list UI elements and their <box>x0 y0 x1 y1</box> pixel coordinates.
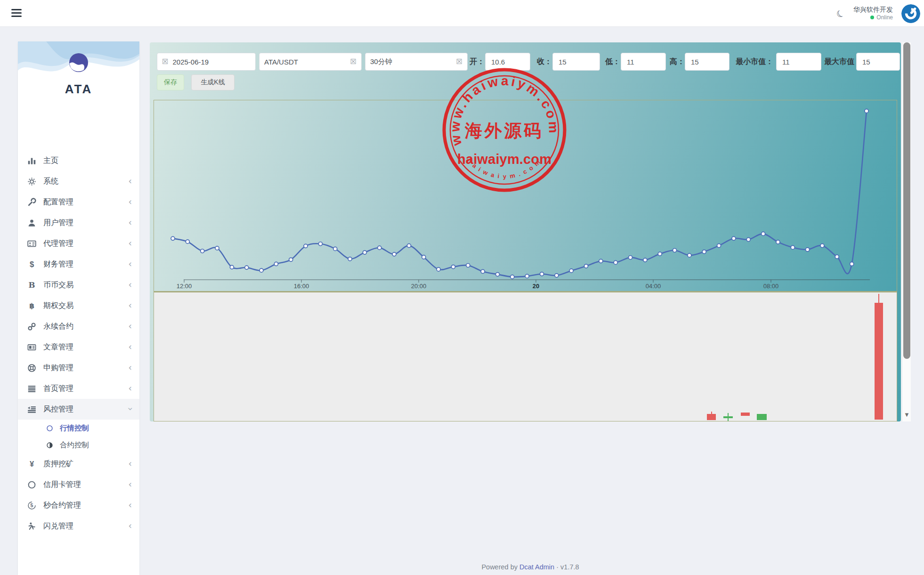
sidebar-item-label: 用户管理 <box>43 218 73 228</box>
candle-wick <box>728 413 729 421</box>
pair-select[interactable]: ATA/USDT ☒ <box>259 53 362 71</box>
sidebar-item-flash-exchange[interactable]: 闪兑管理‹ <box>18 516 139 536</box>
sidebar-item-pledge-mining[interactable]: ¥质押挖矿‹ <box>18 454 139 474</box>
yen-icon: ¥ <box>27 460 36 469</box>
logo-text: ATA <box>18 82 139 97</box>
low-input[interactable] <box>621 53 666 71</box>
footer-version: v1.7.8 <box>560 563 579 571</box>
dcat-admin-link[interactable]: Dcat Admin <box>519 563 554 571</box>
sidebar-item-seconds-contract[interactable]: 5秒合约管理‹ <box>18 495 139 516</box>
footer: Powered by Dcat Admin · v1.7.8 <box>150 563 911 571</box>
sidebar-item-label: 永续合约 <box>43 322 73 332</box>
data-point-marker <box>555 274 559 277</box>
sidebar-item-label: 质押挖矿 <box>43 459 73 469</box>
sidebar-item-subscription[interactable]: 申购管理‹ <box>18 357 139 378</box>
scrollbar-thumb[interactable] <box>903 42 910 359</box>
candle-bar <box>707 414 716 420</box>
bar-chart-icon <box>27 156 36 165</box>
chevron-left-icon: ‹ <box>128 177 132 186</box>
data-point-marker <box>171 236 175 240</box>
chevron-left-icon: ‹ <box>128 197 132 206</box>
sidebar-item-risk-control[interactable]: 风控管理‹ <box>18 399 139 420</box>
data-point-marker <box>348 257 352 261</box>
dark-mode-moon-icon[interactable]: ☾ <box>834 7 847 21</box>
min-cap-input[interactable] <box>776 53 821 71</box>
sidebar-item-config[interactable]: 配置管理‹ <box>18 192 139 212</box>
hamburger-menu-icon[interactable] <box>11 9 22 17</box>
data-point-marker <box>791 245 794 249</box>
save-button[interactable]: 保存 <box>157 74 184 90</box>
chevron-left-icon: ‹ <box>128 363 132 372</box>
ata-logo-icon <box>68 52 89 73</box>
footer-separator: · <box>556 563 559 571</box>
caret-tofu-icon: ☒ <box>456 57 462 66</box>
flash-exchange-icon <box>27 522 36 531</box>
sidebar-item-credit-card[interactable]: 信用卡管理‹ <box>18 474 139 495</box>
generate-kline-button[interactable]: 生成K线 <box>191 74 235 90</box>
list-icon <box>27 384 36 393</box>
close-label: 收： <box>537 53 552 71</box>
data-point-marker <box>422 255 426 259</box>
sidebar-subitem-contract-control[interactable]: 合约控制 <box>18 437 139 454</box>
pair-value: ATA/USDT <box>264 58 298 66</box>
candle-bar <box>757 414 767 420</box>
data-point-marker <box>230 265 234 269</box>
sidebar-item-label: 配置管理 <box>43 197 73 207</box>
sidebar-item-label: 代理管理 <box>43 239 73 249</box>
user-icon <box>27 219 36 227</box>
sidebar-item-label: 秒合约管理 <box>43 501 81 510</box>
close-input[interactable] <box>552 53 600 71</box>
sidebar-item-label: 系统 <box>43 177 58 186</box>
sidebar-item-options-trading[interactable]: ฿期权交易‹ <box>18 295 139 316</box>
data-point-marker <box>820 244 824 248</box>
svg-text:$: $ <box>30 260 34 269</box>
sidebar-item-perpetual-contract[interactable]: 永续合约‹ <box>18 316 139 337</box>
link-icon <box>27 322 36 331</box>
half-circle-icon <box>46 442 53 449</box>
user-avatar[interactable] <box>901 4 920 23</box>
chevron-left-icon: ‹ <box>128 322 132 331</box>
sidebar-item-agents[interactable]: 代理管理‹ <box>18 233 139 254</box>
sidebar-subitem-market-control[interactable]: 行情控制 <box>18 420 139 437</box>
circle-o-icon <box>46 425 53 432</box>
low-label: 低： <box>605 53 620 71</box>
sidebar-subitem-label: 合约控制 <box>60 440 89 450</box>
sidebar-item-users[interactable]: 用户管理‹ <box>18 212 139 233</box>
high-input[interactable] <box>685 53 729 71</box>
gear-icon <box>27 177 36 186</box>
sidebar-item-homepage[interactable]: 首页管理‹ <box>18 378 139 399</box>
sidebar-item-home[interactable]: 主页 <box>18 150 139 171</box>
price-line-chart: 12:0016:0020:002004:0008:00 <box>154 100 897 291</box>
newspaper-icon <box>27 343 36 352</box>
chevron-left-icon: ‹ <box>128 239 132 248</box>
candle-bar <box>875 303 883 420</box>
dollar-icon: $ <box>27 260 36 269</box>
chevron-left-icon: ‹ <box>128 259 132 268</box>
chevron-left-icon: ‹ <box>128 521 132 530</box>
kline-chart-container: 12:0016:0020:002004:0008:00 <box>154 100 897 421</box>
scrollbar-down-arrow-icon[interactable]: ▼ <box>902 412 911 418</box>
sidebar-item-label: 文章管理 <box>43 342 73 352</box>
data-point-marker <box>451 265 455 269</box>
candle-wick <box>878 294 879 303</box>
date-picker[interactable]: ☒ 2025-06-19 <box>157 53 256 71</box>
user-menu[interactable]: 华兴软件开发 Online <box>853 6 893 21</box>
vertical-scrollbar: ▼ <box>902 42 911 421</box>
data-point-marker <box>481 269 485 273</box>
sidebar-item-system[interactable]: 系统‹ <box>18 171 139 192</box>
sidebar-item-label: 申购管理 <box>43 363 73 373</box>
sidebar-item-finance[interactable]: $财务管理‹ <box>18 254 139 275</box>
kline-form: ☒ 2025-06-19 ATA/USDT ☒ 30分钟 ☒ 开： 收： 低： … <box>150 53 901 71</box>
user-name: 华兴软件开发 <box>853 6 893 14</box>
data-point-marker <box>215 246 219 250</box>
max-cap-input[interactable] <box>856 53 900 71</box>
min-cap-label: 最小市值： <box>736 53 773 71</box>
open-input[interactable] <box>485 53 530 71</box>
top-navbar: ☾ 华兴软件开发 Online <box>0 0 924 27</box>
data-point-marker <box>201 249 204 253</box>
sidebar-item-spot-trading[interactable]: B币币交易‹ <box>18 275 139 295</box>
interval-select[interactable]: 30分钟 ☒ <box>365 53 468 71</box>
data-point-marker <box>525 274 529 278</box>
sidebar-item-articles[interactable]: 文章管理‹ <box>18 337 139 357</box>
price-line <box>173 111 867 277</box>
